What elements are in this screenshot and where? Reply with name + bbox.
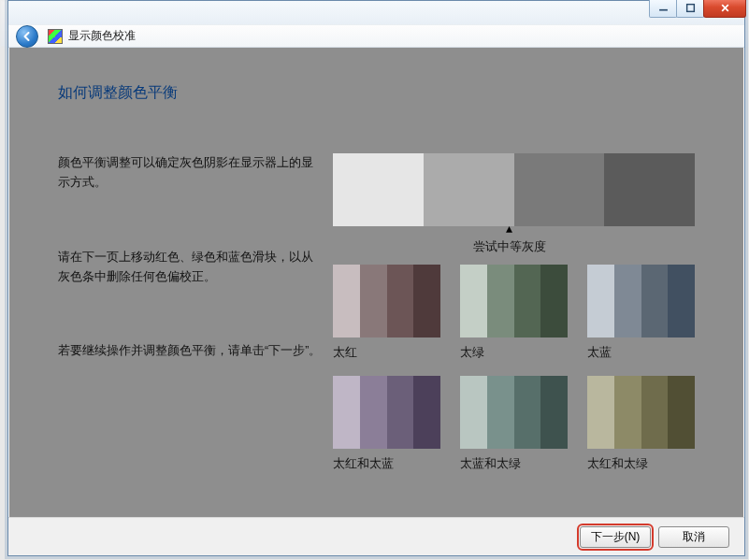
color-cast-swatch bbox=[587, 376, 695, 449]
color-cast-label: 太红和太绿 bbox=[587, 454, 695, 481]
color-cast-label: 太蓝 bbox=[587, 343, 695, 370]
titlebar bbox=[8, 1, 744, 25]
color-cast-label: 太蓝和太绿 bbox=[460, 454, 568, 481]
wizard-window: 显示颜色校准 如何调整颜色平衡 颜色平衡调整可以确定灰色阴影在显示器上的显示方式… bbox=[7, 0, 745, 556]
wizard-body: 如何调整颜色平衡 颜色平衡调整可以确定灰色阴影在显示器上的显示方式。 请在下一页… bbox=[9, 48, 743, 517]
color-cast-swatch bbox=[333, 376, 440, 449]
description-text-3: 若要继续操作并调整颜色平衡，请单击“下一步”。 bbox=[58, 341, 324, 361]
app-title: 显示颜色校准 bbox=[68, 28, 136, 44]
gray-gradient-label: 尝试中等灰度 bbox=[324, 239, 695, 255]
close-button[interactable] bbox=[703, 0, 746, 18]
gray-gradient-swatch bbox=[333, 153, 695, 226]
svg-rect-1 bbox=[686, 5, 694, 12]
color-cast-label: 太绿 bbox=[460, 343, 568, 370]
wizard-title: 如何调整颜色平衡 bbox=[58, 83, 695, 103]
maximize-button[interactable] bbox=[676, 0, 704, 18]
caret-up-icon: ▴ bbox=[324, 224, 695, 232]
gray-step bbox=[514, 153, 605, 226]
gray-step bbox=[333, 153, 424, 226]
color-cast-swatch bbox=[460, 265, 568, 337]
color-calibration-icon bbox=[48, 29, 63, 44]
gray-step bbox=[424, 153, 514, 226]
color-cast-swatch bbox=[333, 265, 440, 337]
description-text-2: 请在下一页上移动红色、绿色和蓝色滑块，以从灰色条中删除任何色偏校正。 bbox=[58, 248, 324, 288]
wizard-footer: 下一步(N) 取消 bbox=[8, 517, 744, 555]
color-cast-swatch bbox=[460, 376, 568, 449]
cancel-button[interactable]: 取消 bbox=[658, 526, 729, 548]
next-button[interactable]: 下一步(N) bbox=[580, 526, 651, 548]
description-text-1: 颜色平衡调整可以确定灰色阴影在显示器上的显示方式。 bbox=[58, 153, 324, 194]
nav-row: 显示颜色校准 bbox=[8, 25, 744, 48]
color-cast-swatch bbox=[587, 265, 695, 337]
minimize-button[interactable] bbox=[649, 0, 677, 18]
color-cast-label: 太红和太蓝 bbox=[333, 454, 440, 481]
back-button[interactable] bbox=[16, 25, 38, 48]
gray-step bbox=[604, 153, 695, 226]
color-cast-label: 太红 bbox=[333, 343, 440, 370]
